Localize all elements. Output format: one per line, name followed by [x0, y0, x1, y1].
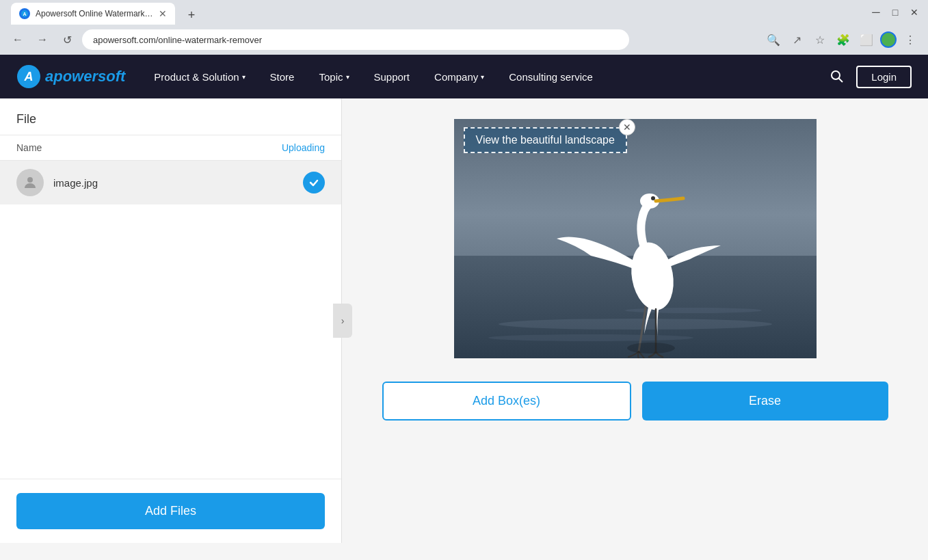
- active-tab[interactable]: A Apowersoft Online Watermark R... ✕: [11, 3, 175, 25]
- table-header: Name Uploading: [0, 135, 341, 161]
- file-panel: File Name Uploading image.jpg › Add File…: [0, 98, 342, 543]
- collapse-handle[interactable]: ›: [333, 304, 352, 338]
- image-container: View the beautiful landscape ✕: [454, 119, 817, 361]
- company-dropdown-arrow: ▾: [481, 73, 484, 81]
- tab-favicon: A: [19, 8, 30, 19]
- bookmark-icon[interactable]: ☆: [810, 30, 830, 49]
- nav-right: Login: [826, 66, 912, 88]
- product-dropdown-arrow: ▾: [242, 73, 246, 81]
- erase-button[interactable]: Erase: [642, 382, 888, 421]
- nav-topic[interactable]: Topic ▾: [306, 55, 361, 98]
- more-options-icon[interactable]: ⋮: [901, 30, 920, 49]
- window-icon[interactable]: ⬜: [857, 30, 876, 49]
- extensions-icon[interactable]: 🧩: [834, 30, 853, 49]
- svg-text:A: A: [24, 70, 34, 83]
- main-image: [454, 119, 817, 358]
- panel-title: File: [16, 112, 36, 126]
- zoom-icon[interactable]: 🔍: [764, 30, 783, 49]
- main-content: File Name Uploading image.jpg › Add File…: [0, 98, 928, 543]
- image-panel: View the beautiful landscape ✕ Add Box(e…: [342, 98, 928, 543]
- tab-close-button[interactable]: ✕: [159, 8, 167, 19]
- forward-button[interactable]: →: [33, 30, 52, 49]
- svg-line-5: [839, 79, 843, 83]
- col-name-header: Name: [16, 142, 282, 153]
- logo-icon: A: [16, 64, 41, 89]
- refresh-button[interactable]: ↺: [57, 30, 77, 49]
- action-buttons: Add Box(es) Erase: [382, 382, 888, 421]
- file-row[interactable]: image.jpg: [0, 161, 341, 204]
- svg-text:A: A: [23, 12, 26, 16]
- svg-point-15: [627, 343, 675, 354]
- search-icon[interactable]: [826, 66, 848, 88]
- nav-store[interactable]: Store: [258, 55, 307, 98]
- add-files-button[interactable]: Add Files: [16, 493, 325, 529]
- nav-company[interactable]: Company ▾: [422, 55, 496, 98]
- col-uploading-header: Uploading: [282, 142, 325, 153]
- panel-header: File: [0, 98, 341, 135]
- logo[interactable]: A apowersoft: [16, 64, 125, 89]
- tab-title: Apowersoft Online Watermark R...: [36, 9, 153, 18]
- maximize-button[interactable]: □: [887, 4, 903, 21]
- file-avatar-icon: [16, 169, 44, 196]
- address-input[interactable]: [82, 29, 629, 50]
- site-navigation: A apowersoft Product & Solution ▾ Store …: [0, 55, 928, 98]
- new-tab-button[interactable]: +: [182, 5, 201, 25]
- watermark-close-button[interactable]: ✕: [619, 119, 635, 135]
- watermark-text: View the beautiful landscape: [476, 134, 615, 146]
- back-button[interactable]: ←: [8, 30, 27, 49]
- nav-items: Product & Solution ▾ Store Topic ▾ Suppo…: [142, 55, 826, 98]
- file-check-icon: [303, 172, 325, 194]
- svg-point-4: [832, 71, 840, 79]
- file-name-label: image.jpg: [53, 177, 293, 189]
- logo-text: apowersoft: [45, 68, 125, 85]
- add-boxes-button[interactable]: Add Box(es): [382, 382, 631, 421]
- nav-support[interactable]: Support: [362, 55, 423, 98]
- profile-avatar[interactable]: [880, 31, 897, 48]
- watermark-selection-box[interactable]: View the beautiful landscape ✕: [464, 127, 627, 153]
- topic-dropdown-arrow: ▾: [346, 73, 349, 81]
- svg-point-10: [488, 334, 693, 341]
- svg-point-6: [27, 177, 33, 183]
- svg-point-9: [499, 319, 772, 330]
- nav-product[interactable]: Product & Solution ▾: [142, 55, 257, 98]
- svg-point-14: [651, 196, 655, 200]
- login-button[interactable]: Login: [856, 66, 912, 88]
- share-icon[interactable]: ↗: [787, 30, 806, 49]
- nav-consulting[interactable]: Consulting service: [496, 55, 605, 98]
- minimize-button[interactable]: ─: [868, 4, 884, 21]
- close-button[interactable]: ✕: [906, 4, 923, 21]
- bottom-bar-left: Add Files: [0, 479, 341, 543]
